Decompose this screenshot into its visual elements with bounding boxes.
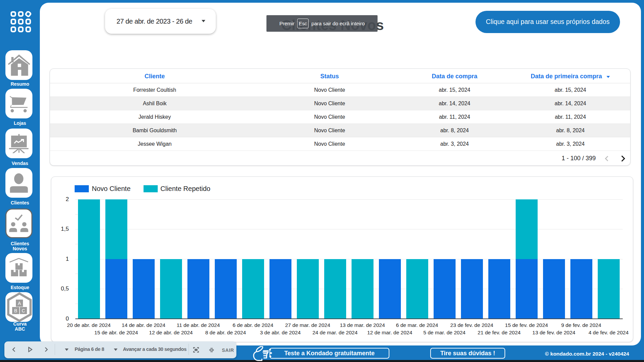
svg-text:C: C <box>22 308 25 313</box>
svg-text:A: A <box>18 301 21 306</box>
svg-text:B: B <box>14 308 17 313</box>
